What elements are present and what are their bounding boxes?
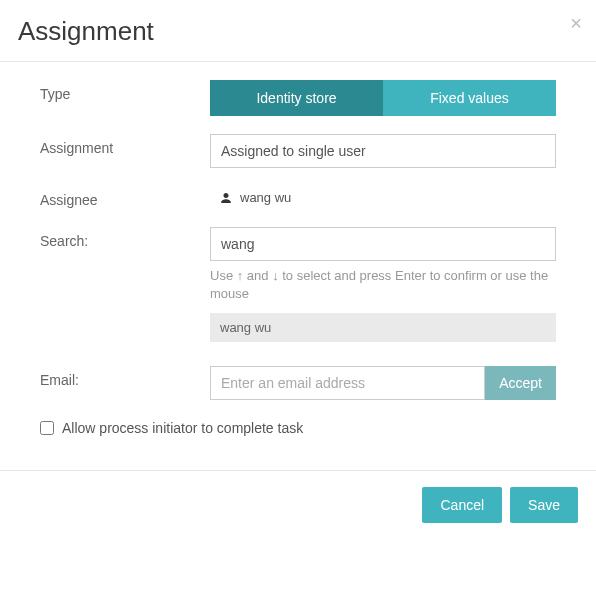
assignee-name: wang wu bbox=[240, 190, 291, 205]
tab-fixed-values[interactable]: Fixed values bbox=[383, 80, 556, 116]
cancel-button[interactable]: Cancel bbox=[422, 487, 502, 523]
allow-initiator-checkbox[interactable] bbox=[40, 421, 54, 435]
search-input[interactable] bbox=[210, 227, 556, 261]
person-icon bbox=[220, 192, 232, 204]
email-label: Email: bbox=[40, 366, 210, 388]
search-label: Search: bbox=[40, 227, 210, 249]
type-label: Type bbox=[40, 80, 210, 102]
close-button[interactable]: × bbox=[570, 12, 582, 35]
assignee-display: wang wu bbox=[210, 186, 556, 209]
search-result-item[interactable]: wang wu bbox=[210, 313, 556, 342]
close-icon: × bbox=[570, 12, 582, 34]
allow-initiator-label: Allow process initiator to complete task bbox=[62, 420, 303, 436]
assignment-select[interactable]: Assigned to single user bbox=[210, 134, 556, 168]
assignment-label: Assignment bbox=[40, 134, 210, 156]
search-hint: Use ↑ and ↓ to select and press Enter to… bbox=[210, 267, 556, 303]
tab-identity-store[interactable]: Identity store bbox=[210, 80, 383, 116]
modal-title: Assignment bbox=[18, 16, 578, 47]
save-button[interactable]: Save bbox=[510, 487, 578, 523]
email-input[interactable] bbox=[210, 366, 485, 400]
accept-button[interactable]: Accept bbox=[485, 366, 556, 400]
assignee-label: Assignee bbox=[40, 186, 210, 208]
